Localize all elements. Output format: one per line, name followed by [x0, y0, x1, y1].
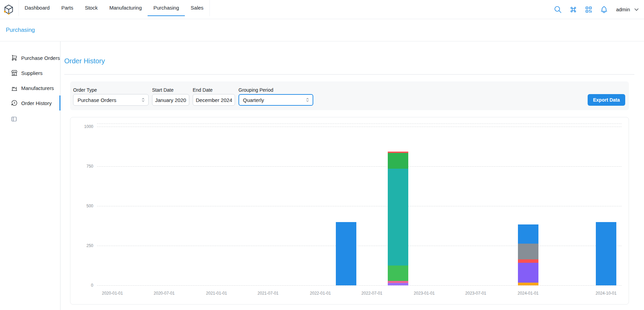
collapse-panel-icon	[11, 116, 17, 122]
sidebar-item-label: Suppliers	[21, 70, 43, 76]
end-date-input[interactable]	[193, 94, 235, 106]
nav-tab-manufacturing[interactable]: Manufacturing	[104, 0, 148, 16]
selector-icon	[305, 97, 310, 103]
chevron-down-icon	[633, 6, 640, 13]
sidebar-item-manufacturers[interactable]: Manufacturers	[0, 80, 60, 95]
y-axis-tick-label: 500	[86, 204, 93, 208]
y-gridline	[97, 246, 621, 246]
bar-segment[interactable]	[518, 283, 538, 285]
bar-segment[interactable]	[388, 169, 408, 266]
x-axis-tick-label: 2024-10-01	[595, 291, 616, 296]
x-axis-tick-label: 2020-07-01	[154, 291, 175, 296]
title-divider	[64, 74, 634, 75]
inventree-logo-icon	[3, 4, 14, 15]
bar-segment[interactable]	[518, 263, 538, 283]
bar-segment[interactable]	[388, 283, 408, 285]
chart-bar-2024-01-01[interactable]	[518, 124, 538, 285]
y-axis-tick-label: 0	[91, 283, 93, 288]
y-gridline	[97, 166, 621, 167]
nav-tab-dashboard[interactable]: Dashboard	[19, 0, 55, 16]
app-header: DashboardPartsStockManufacturingPurchasi…	[0, 0, 644, 19]
grouping-period-value: Quarterly	[243, 97, 264, 103]
chart-bar-2022-04-01[interactable]	[336, 124, 356, 285]
bar-segment[interactable]	[336, 222, 356, 285]
bar-segment[interactable]	[518, 224, 538, 244]
qrcode-icon	[585, 5, 593, 14]
sidebar-item-suppliers[interactable]: Suppliers	[0, 65, 60, 80]
bar-segment[interactable]	[596, 222, 616, 285]
order-type-select[interactable]: Purchase Orders	[73, 94, 149, 106]
bar-segment[interactable]	[518, 259, 538, 263]
x-axis-tick-label: 2021-07-01	[258, 291, 278, 296]
search-icon	[554, 5, 562, 14]
end-date-label: End Date	[193, 87, 235, 93]
x-axis-tick-label: 2023-01-01	[414, 291, 435, 296]
nav-tab-sales[interactable]: Sales	[185, 0, 209, 16]
spotlight-button[interactable]	[569, 5, 577, 14]
user-menu[interactable]: admin	[616, 6, 640, 13]
header-actions: admin	[554, 5, 644, 14]
nav-tab-stock[interactable]: Stock	[79, 0, 104, 16]
chart-bar-2022-10-01[interactable]	[388, 124, 408, 285]
page-root: DashboardPartsStockManufacturingPurchasi…	[0, 0, 644, 310]
command-icon	[569, 5, 577, 14]
breadcrumb-item-purchasing[interactable]: Purchasing	[6, 27, 35, 34]
bar-segment[interactable]	[388, 266, 408, 281]
y-gridline	[97, 285, 621, 286]
bell-icon	[600, 5, 608, 14]
x-axis-tick-label: 2022-07-01	[361, 291, 382, 296]
sidebar: Purchase OrdersSuppliersManufacturersOrd…	[0, 41, 60, 310]
plot-top-gridline	[97, 124, 621, 124]
order-type-label: Order Type	[73, 87, 149, 93]
bar-segment[interactable]	[518, 244, 538, 259]
page-title: Order History	[64, 57, 634, 65]
grouping-period-field: Grouping Period Quarterly	[238, 87, 313, 106]
x-axis-tick-label: 2022-01-01	[310, 291, 331, 296]
history-icon	[11, 100, 18, 106]
sidebar-items: Purchase OrdersSuppliersManufacturersOrd…	[0, 50, 60, 111]
body-row: Purchase OrdersSuppliersManufacturersOrd…	[0, 41, 644, 310]
chart-bar-2024-10-01[interactable]	[596, 124, 616, 285]
y-gridline	[97, 206, 621, 206]
end-date-field: End Date	[193, 87, 235, 106]
y-axis-tick-label: 250	[86, 243, 93, 248]
start-date-input[interactable]	[152, 94, 189, 106]
sidebar-item-label: Purchase Orders	[21, 55, 60, 61]
start-date-field: Start Date	[152, 87, 189, 106]
x-axis-tick-label: 2024-01-01	[518, 291, 538, 296]
order-type-field: Order Type Purchase Orders	[73, 87, 149, 106]
filter-panel: Order Type Purchase Orders Start Date En…	[70, 81, 629, 110]
factory-icon	[11, 85, 18, 91]
sidebar-item-order-history[interactable]: Order History	[0, 95, 60, 111]
grouping-period-select[interactable]: Quarterly	[238, 94, 313, 106]
shopping-cart-icon	[11, 54, 18, 61]
order-type-value: Purchase Orders	[78, 97, 116, 103]
app-logo[interactable]	[3, 4, 14, 15]
bar-segment[interactable]	[388, 153, 408, 168]
y-axis-tick-label: 1000	[84, 124, 93, 129]
main-nav: DashboardPartsStockManufacturingPurchasi…	[18, 0, 210, 16]
nav-tab-parts[interactable]: Parts	[55, 0, 79, 16]
collapse-sidebar-button[interactable]	[11, 116, 17, 122]
y-axis-tick-label: 750	[86, 164, 93, 169]
grouping-period-label: Grouping Period	[238, 87, 313, 93]
bar-segment[interactable]	[388, 281, 408, 283]
sidebar-item-label: Order History	[21, 100, 52, 106]
chart-plot: 025050075010002020-01-012020-07-012021-0…	[97, 124, 621, 285]
notifications-button[interactable]	[600, 5, 608, 14]
search-button[interactable]	[554, 5, 562, 14]
main-content: Order History Order Type Purchase Orders…	[60, 41, 644, 310]
start-date-label: Start Date	[152, 87, 189, 93]
export-data-button[interactable]: Export Data	[588, 94, 625, 106]
order-history-chart-card: 025050075010002020-01-012020-07-012021-0…	[70, 117, 629, 305]
y-gridline	[97, 127, 621, 127]
sidebar-item-label: Manufacturers	[21, 85, 54, 91]
breadcrumb: Purchasing	[0, 19, 644, 41]
bar-segment[interactable]	[388, 152, 408, 153]
barcode-scan-button[interactable]	[585, 5, 593, 14]
building-store-icon	[11, 69, 18, 76]
x-axis-tick-label: 2020-01-01	[102, 291, 123, 296]
nav-tab-purchasing[interactable]: Purchasing	[148, 0, 185, 16]
sidebar-item-purchase-orders[interactable]: Purchase Orders	[0, 50, 60, 65]
selector-icon	[140, 97, 146, 103]
